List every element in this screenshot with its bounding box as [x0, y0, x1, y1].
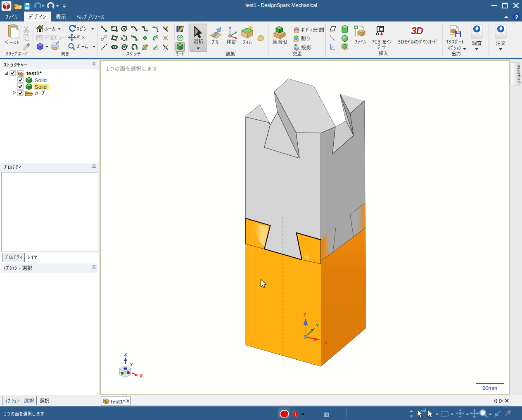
svg-text:?: ?: [515, 14, 518, 20]
svg-text:Solid: Solid: [35, 84, 47, 90]
svg-text:Z: Z: [124, 352, 127, 357]
svg-text:3D: 3D: [411, 25, 423, 36]
svg-text:20mm: 20mm: [482, 385, 497, 391]
svg-text:X: X: [140, 373, 143, 378]
svg-text:test1 - DesignSpark Mechanical: test1 - DesignSpark Mechanical: [245, 2, 317, 8]
svg-text:Z: Z: [303, 312, 306, 317]
svg-text:Y: Y: [316, 323, 319, 328]
svg-text:test1*: test1*: [111, 399, 125, 405]
svg-text:Y: Y: [130, 362, 133, 367]
svg-text:test1*: test1*: [26, 70, 42, 76]
svg-text:!: !: [294, 412, 296, 417]
svg-text:Solid: Solid: [35, 77, 47, 83]
svg-text:X: X: [324, 340, 327, 345]
